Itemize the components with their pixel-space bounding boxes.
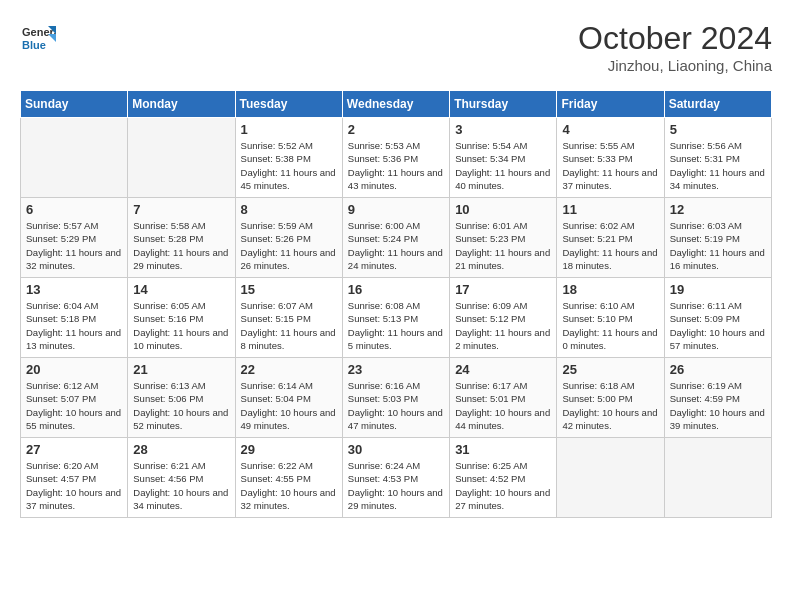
- calendar-cell: 3Sunrise: 5:54 AM Sunset: 5:34 PM Daylig…: [450, 118, 557, 198]
- day-info: Sunrise: 6:17 AM Sunset: 5:01 PM Dayligh…: [455, 379, 551, 432]
- day-number: 26: [670, 362, 766, 377]
- day-number: 9: [348, 202, 444, 217]
- calendar-cell: [557, 438, 664, 518]
- day-number: 1: [241, 122, 337, 137]
- calendar-week-row: 20Sunrise: 6:12 AM Sunset: 5:07 PM Dayli…: [21, 358, 772, 438]
- calendar-body: 1Sunrise: 5:52 AM Sunset: 5:38 PM Daylig…: [21, 118, 772, 518]
- day-info: Sunrise: 5:54 AM Sunset: 5:34 PM Dayligh…: [455, 139, 551, 192]
- day-info: Sunrise: 6:13 AM Sunset: 5:06 PM Dayligh…: [133, 379, 229, 432]
- calendar-header-row: SundayMondayTuesdayWednesdayThursdayFrid…: [21, 91, 772, 118]
- calendar-cell: 27Sunrise: 6:20 AM Sunset: 4:57 PM Dayli…: [21, 438, 128, 518]
- calendar-table: SundayMondayTuesdayWednesdayThursdayFrid…: [20, 90, 772, 518]
- day-number: 2: [348, 122, 444, 137]
- day-info: Sunrise: 6:02 AM Sunset: 5:21 PM Dayligh…: [562, 219, 658, 272]
- calendar-cell: 6Sunrise: 5:57 AM Sunset: 5:29 PM Daylig…: [21, 198, 128, 278]
- day-number: 28: [133, 442, 229, 457]
- calendar-cell: 22Sunrise: 6:14 AM Sunset: 5:04 PM Dayli…: [235, 358, 342, 438]
- calendar-cell: 5Sunrise: 5:56 AM Sunset: 5:31 PM Daylig…: [664, 118, 771, 198]
- calendar-cell: 20Sunrise: 6:12 AM Sunset: 5:07 PM Dayli…: [21, 358, 128, 438]
- day-number: 8: [241, 202, 337, 217]
- weekday-header: Saturday: [664, 91, 771, 118]
- calendar-cell: 10Sunrise: 6:01 AM Sunset: 5:23 PM Dayli…: [450, 198, 557, 278]
- day-number: 20: [26, 362, 122, 377]
- day-number: 12: [670, 202, 766, 217]
- day-number: 3: [455, 122, 551, 137]
- calendar-week-row: 13Sunrise: 6:04 AM Sunset: 5:18 PM Dayli…: [21, 278, 772, 358]
- day-info: Sunrise: 6:01 AM Sunset: 5:23 PM Dayligh…: [455, 219, 551, 272]
- day-info: Sunrise: 6:00 AM Sunset: 5:24 PM Dayligh…: [348, 219, 444, 272]
- day-number: 21: [133, 362, 229, 377]
- title-block: October 2024 Jinzhou, Liaoning, China: [578, 20, 772, 74]
- calendar-cell: 29Sunrise: 6:22 AM Sunset: 4:55 PM Dayli…: [235, 438, 342, 518]
- day-number: 18: [562, 282, 658, 297]
- day-info: Sunrise: 6:19 AM Sunset: 4:59 PM Dayligh…: [670, 379, 766, 432]
- weekday-header: Thursday: [450, 91, 557, 118]
- calendar-cell: 21Sunrise: 6:13 AM Sunset: 5:06 PM Dayli…: [128, 358, 235, 438]
- calendar-cell: 28Sunrise: 6:21 AM Sunset: 4:56 PM Dayli…: [128, 438, 235, 518]
- day-number: 16: [348, 282, 444, 297]
- weekday-header: Sunday: [21, 91, 128, 118]
- day-number: 22: [241, 362, 337, 377]
- day-info: Sunrise: 6:11 AM Sunset: 5:09 PM Dayligh…: [670, 299, 766, 352]
- weekday-header: Monday: [128, 91, 235, 118]
- calendar-cell: 7Sunrise: 5:58 AM Sunset: 5:28 PM Daylig…: [128, 198, 235, 278]
- calendar-cell: 15Sunrise: 6:07 AM Sunset: 5:15 PM Dayli…: [235, 278, 342, 358]
- day-number: 11: [562, 202, 658, 217]
- month-title: October 2024: [578, 20, 772, 57]
- day-number: 10: [455, 202, 551, 217]
- calendar-cell: 12Sunrise: 6:03 AM Sunset: 5:19 PM Dayli…: [664, 198, 771, 278]
- day-number: 14: [133, 282, 229, 297]
- day-info: Sunrise: 6:24 AM Sunset: 4:53 PM Dayligh…: [348, 459, 444, 512]
- calendar-week-row: 6Sunrise: 5:57 AM Sunset: 5:29 PM Daylig…: [21, 198, 772, 278]
- day-info: Sunrise: 5:52 AM Sunset: 5:38 PM Dayligh…: [241, 139, 337, 192]
- weekday-header: Tuesday: [235, 91, 342, 118]
- day-number: 24: [455, 362, 551, 377]
- day-info: Sunrise: 6:04 AM Sunset: 5:18 PM Dayligh…: [26, 299, 122, 352]
- day-info: Sunrise: 6:14 AM Sunset: 5:04 PM Dayligh…: [241, 379, 337, 432]
- weekday-header: Wednesday: [342, 91, 449, 118]
- calendar-cell: 11Sunrise: 6:02 AM Sunset: 5:21 PM Dayli…: [557, 198, 664, 278]
- day-number: 25: [562, 362, 658, 377]
- calendar-cell: 8Sunrise: 5:59 AM Sunset: 5:26 PM Daylig…: [235, 198, 342, 278]
- page-header: General Blue October 2024 Jinzhou, Liaon…: [20, 20, 772, 74]
- day-number: 15: [241, 282, 337, 297]
- day-number: 17: [455, 282, 551, 297]
- day-info: Sunrise: 6:03 AM Sunset: 5:19 PM Dayligh…: [670, 219, 766, 272]
- day-info: Sunrise: 6:12 AM Sunset: 5:07 PM Dayligh…: [26, 379, 122, 432]
- calendar-cell: 24Sunrise: 6:17 AM Sunset: 5:01 PM Dayli…: [450, 358, 557, 438]
- calendar-cell: 18Sunrise: 6:10 AM Sunset: 5:10 PM Dayli…: [557, 278, 664, 358]
- day-info: Sunrise: 6:25 AM Sunset: 4:52 PM Dayligh…: [455, 459, 551, 512]
- day-info: Sunrise: 5:56 AM Sunset: 5:31 PM Dayligh…: [670, 139, 766, 192]
- calendar-cell: 2Sunrise: 5:53 AM Sunset: 5:36 PM Daylig…: [342, 118, 449, 198]
- calendar-cell: 1Sunrise: 5:52 AM Sunset: 5:38 PM Daylig…: [235, 118, 342, 198]
- day-info: Sunrise: 5:55 AM Sunset: 5:33 PM Dayligh…: [562, 139, 658, 192]
- day-number: 7: [133, 202, 229, 217]
- day-info: Sunrise: 5:57 AM Sunset: 5:29 PM Dayligh…: [26, 219, 122, 272]
- calendar-cell: 17Sunrise: 6:09 AM Sunset: 5:12 PM Dayli…: [450, 278, 557, 358]
- day-info: Sunrise: 5:59 AM Sunset: 5:26 PM Dayligh…: [241, 219, 337, 272]
- calendar-cell: 4Sunrise: 5:55 AM Sunset: 5:33 PM Daylig…: [557, 118, 664, 198]
- calendar-week-row: 1Sunrise: 5:52 AM Sunset: 5:38 PM Daylig…: [21, 118, 772, 198]
- day-info: Sunrise: 6:05 AM Sunset: 5:16 PM Dayligh…: [133, 299, 229, 352]
- day-number: 6: [26, 202, 122, 217]
- day-number: 29: [241, 442, 337, 457]
- calendar-cell: 31Sunrise: 6:25 AM Sunset: 4:52 PM Dayli…: [450, 438, 557, 518]
- calendar-cell: 26Sunrise: 6:19 AM Sunset: 4:59 PM Dayli…: [664, 358, 771, 438]
- day-info: Sunrise: 6:20 AM Sunset: 4:57 PM Dayligh…: [26, 459, 122, 512]
- calendar-cell: [21, 118, 128, 198]
- day-info: Sunrise: 6:07 AM Sunset: 5:15 PM Dayligh…: [241, 299, 337, 352]
- calendar-cell: 9Sunrise: 6:00 AM Sunset: 5:24 PM Daylig…: [342, 198, 449, 278]
- svg-text:Blue: Blue: [22, 39, 46, 51]
- calendar-cell: 13Sunrise: 6:04 AM Sunset: 5:18 PM Dayli…: [21, 278, 128, 358]
- day-number: 5: [670, 122, 766, 137]
- calendar-cell: [664, 438, 771, 518]
- logo: General Blue: [20, 20, 60, 56]
- day-info: Sunrise: 5:53 AM Sunset: 5:36 PM Dayligh…: [348, 139, 444, 192]
- day-info: Sunrise: 5:58 AM Sunset: 5:28 PM Dayligh…: [133, 219, 229, 272]
- weekday-header: Friday: [557, 91, 664, 118]
- calendar-cell: 19Sunrise: 6:11 AM Sunset: 5:09 PM Dayli…: [664, 278, 771, 358]
- logo-icon: General Blue: [20, 20, 56, 56]
- calendar-cell: 23Sunrise: 6:16 AM Sunset: 5:03 PM Dayli…: [342, 358, 449, 438]
- day-number: 27: [26, 442, 122, 457]
- calendar-cell: 16Sunrise: 6:08 AM Sunset: 5:13 PM Dayli…: [342, 278, 449, 358]
